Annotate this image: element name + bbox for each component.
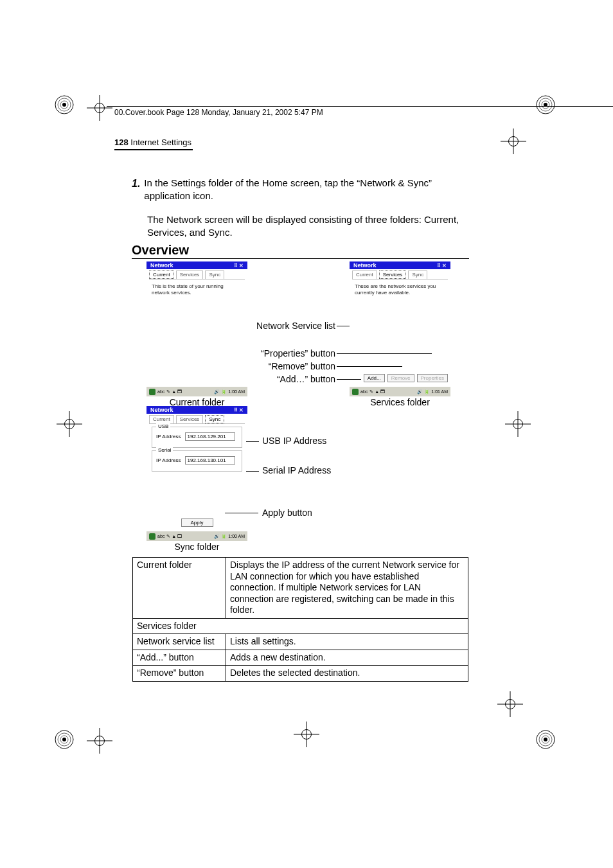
overview-heading: Overview	[132, 243, 189, 258]
table-row: Services folder	[133, 618, 468, 634]
overview-rule	[132, 258, 469, 259]
step-text: In the Settings folder of the Home scree…	[144, 177, 472, 203]
window-title: Network	[150, 262, 173, 269]
remove-button[interactable]: Remove	[387, 374, 414, 382]
tab-sync[interactable]: Sync	[205, 270, 224, 279]
tab-services[interactable]: Services	[176, 415, 204, 423]
leader-line	[225, 513, 258, 513]
table-cell-label: “Remove” button	[133, 666, 226, 682]
taskbar-input: abc	[360, 389, 368, 394]
ip-input-serial[interactable]: 192.168.130.101	[185, 456, 235, 465]
step-number: 1.	[132, 177, 144, 191]
leader-line	[246, 471, 259, 472]
table-cell-desc: Lists all settings.	[226, 634, 468, 650]
table-cell-label: “Add...” button	[133, 650, 226, 666]
table-cell-desc: Displays the IP address of the current N…	[226, 558, 468, 619]
leader-line	[337, 353, 432, 354]
leader-line	[246, 441, 259, 442]
taskbar-input: abc	[157, 534, 164, 538]
table-cell-label: Current folder	[133, 558, 226, 619]
label-properties-button: “Properties” button	[252, 348, 335, 359]
tab-current[interactable]: Current	[149, 270, 174, 279]
taskbar-input: abc	[157, 389, 164, 394]
tab-sync[interactable]: Sync	[408, 270, 427, 279]
registration-mark-icon	[533, 92, 558, 118]
description-table: Current folder Displays the IP address o…	[132, 557, 468, 682]
svg-point-11	[62, 738, 66, 741]
table-row: “Remove” button Deletes the selected des…	[133, 666, 468, 682]
caption-services-folder: Services folder	[350, 397, 450, 407]
start-icon[interactable]	[352, 389, 359, 395]
screenshot-current-folder: Network ⠿ ✕ Current Services Sync This i…	[147, 261, 247, 396]
crop-mark-icon	[497, 691, 523, 717]
table-cell-desc: Deletes the selected destination.	[226, 666, 468, 682]
table-cell-label: Network service list	[133, 634, 226, 650]
page-number: 128	[114, 137, 129, 147]
tab-current[interactable]: Current	[352, 270, 377, 279]
label-apply-button: Apply button	[262, 508, 312, 518]
usb-legend: USB	[156, 423, 170, 429]
ip-input-usb[interactable]: 192.168.129.201	[185, 432, 235, 441]
tab-services[interactable]: Services	[379, 270, 407, 279]
header-rule	[107, 106, 613, 107]
tab-services[interactable]: Services	[176, 270, 204, 279]
crop-mark-icon	[57, 411, 82, 437]
table-cell-desc: Adds a new destination.	[226, 650, 468, 666]
titlebar-icons: ⠿ ✕	[437, 263, 447, 269]
leader-line	[337, 379, 361, 380]
step-result-text: The Network screen will be displayed con…	[147, 213, 472, 240]
ip-label-serial: IP Address	[156, 457, 181, 463]
titlebar-icons: ⠿ ✕	[234, 407, 244, 413]
registration-mark-icon	[51, 92, 77, 118]
screenshot-sync-folder: Network ⠿ ✕ Current Services Sync USB IP…	[147, 406, 247, 541]
leader-line	[337, 366, 402, 367]
ip-label-usb: IP Address	[156, 434, 181, 439]
taskbar-time: 🔊 🔋 1:00 AM	[214, 534, 245, 539]
label-remove-button: “Remove” button	[252, 361, 335, 371]
start-icon[interactable]	[149, 389, 155, 395]
services-blurb: These are the network services you curre…	[350, 279, 450, 299]
add-button[interactable]: Add...	[364, 374, 385, 382]
crop-mark-icon	[294, 722, 319, 747]
titlebar-icons: ⠿ ✕	[234, 263, 244, 269]
label-add-button: “Add…” button	[252, 374, 335, 384]
label-serial-ip: Serial IP Address	[262, 465, 331, 475]
serial-legend: Serial	[156, 447, 173, 453]
apply-button[interactable]: Apply	[181, 518, 213, 527]
crop-mark-icon	[505, 411, 531, 437]
chapter-rule	[114, 149, 193, 150]
start-icon[interactable]	[149, 533, 155, 540]
svg-point-15	[544, 738, 547, 741]
chapter-title: Internet Settings	[130, 137, 191, 147]
taskbar-time: 🔊 🔋 1:01 AM	[417, 389, 448, 394]
table-cell-label: Services folder	[133, 618, 468, 634]
leader-line	[337, 326, 350, 326]
page-number-title: 128 Internet Settings	[114, 137, 191, 147]
svg-point-3	[62, 103, 66, 107]
header-text: 00.Cover.book Page 128 Monday, January 2…	[114, 108, 323, 117]
registration-mark-icon	[533, 727, 558, 752]
crop-mark-icon	[501, 128, 526, 154]
window-title: Network	[150, 407, 173, 413]
screenshot-services-folder: Network ⠿ ✕ Current Services Sync These …	[350, 261, 450, 396]
taskbar-time: 🔊 🔋 1:00 AM	[214, 389, 245, 394]
window-title: Network	[353, 262, 377, 269]
current-blurb: This is the state of your running networ…	[147, 279, 247, 299]
caption-sync-folder: Sync folder	[147, 542, 247, 552]
table-row: “Add...” button Adds a new destination.	[133, 650, 468, 666]
crop-mark-icon	[87, 95, 112, 121]
table-row: Current folder Displays the IP address o…	[133, 558, 468, 619]
properties-button[interactable]: Properties	[417, 374, 448, 382]
tab-current[interactable]: Current	[149, 415, 174, 423]
crop-mark-icon	[87, 728, 112, 754]
label-network-service-list: Network Service list	[252, 321, 335, 331]
tab-sync[interactable]: Sync	[205, 415, 224, 423]
label-usb-ip: USB IP Address	[262, 436, 326, 446]
registration-mark-icon	[51, 727, 77, 752]
table-row: Network service list Lists all settings.	[133, 634, 468, 650]
